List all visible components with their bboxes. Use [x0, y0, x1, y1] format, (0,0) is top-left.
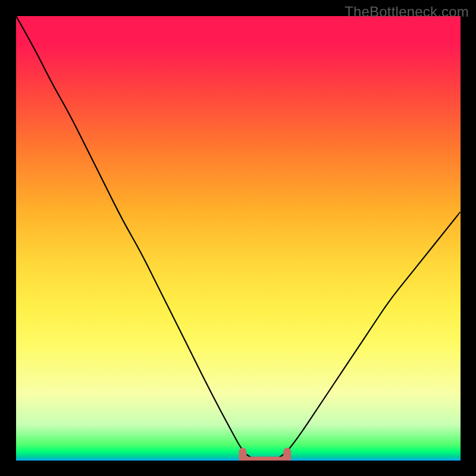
- frame-border: [0, 0, 16, 476]
- chart-frame: TheBottleneck.com: [0, 0, 476, 476]
- marker-path: [243, 452, 287, 461]
- optimal-range-marker: [16, 16, 461, 461]
- plot-area: [16, 16, 461, 461]
- frame-border: [0, 461, 476, 476]
- watermark-text: TheBottleneck.com: [345, 4, 469, 20]
- frame-border: [461, 0, 476, 476]
